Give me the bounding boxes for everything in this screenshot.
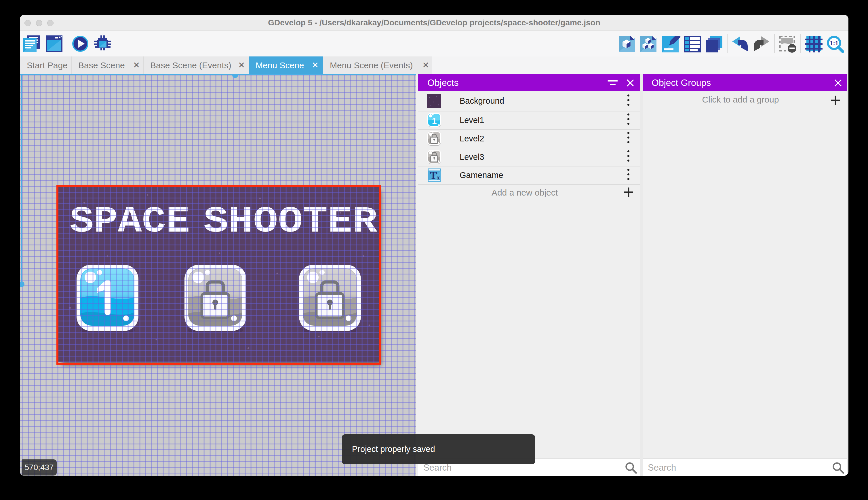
svg-text:1:1: 1:1 bbox=[830, 40, 838, 46]
svg-text:x: x bbox=[437, 174, 440, 181]
svg-text:T: T bbox=[430, 170, 437, 181]
svg-text:1: 1 bbox=[432, 116, 437, 126]
